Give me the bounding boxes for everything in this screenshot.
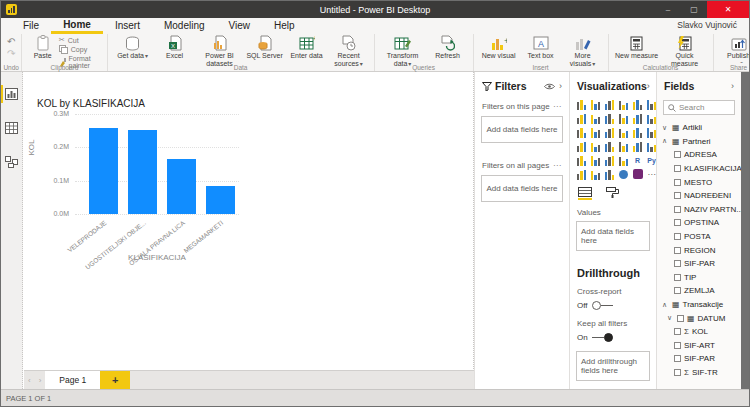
field-checkbox[interactable] <box>674 151 681 158</box>
cross-report-toggle[interactable]: Off <box>570 298 656 313</box>
build-visual-tab[interactable] <box>578 187 592 200</box>
undo-icon[interactable]: ↶ <box>7 37 15 47</box>
vis-icon-r-script-visual[interactable]: R <box>631 154 644 167</box>
vis-icon-arcgis-map[interactable] <box>617 168 630 181</box>
vis-icon-shape-map[interactable] <box>603 140 616 153</box>
more-options-icon[interactable]: ⋯ <box>553 102 562 111</box>
refresh-button[interactable]: Refresh <box>428 35 468 60</box>
field-table-Transakcije[interactable]: ∧▦Transakcije <box>657 298 741 312</box>
field-item-KOL[interactable]: ΣKOL <box>657 325 741 339</box>
minimize-button[interactable]: – <box>655 1 681 18</box>
field-item-SIF-ART[interactable]: SIF-ART <box>657 339 741 353</box>
field-item-MESTO[interactable]: MESTO <box>657 175 741 189</box>
field-checkbox[interactable] <box>674 165 681 172</box>
field-item-NADREĐENI[interactable]: NADREĐENI <box>657 189 741 203</box>
field-item-SIF-TR[interactable]: ΣSIF-TR <box>657 366 741 380</box>
bar-VELEPRODAJE[interactable] <box>89 128 118 214</box>
eye-icon[interactable] <box>544 83 555 90</box>
filter-dropzone-all-pages[interactable]: Add data fields here <box>481 175 563 202</box>
vis-icon-key-influencers[interactable] <box>575 168 588 181</box>
vis-icon-stacked-bar-chart[interactable] <box>575 98 588 111</box>
field-item-POSTA[interactable]: POSTA <box>657 230 741 244</box>
new-visual-button[interactable]: + New visual <box>479 35 519 60</box>
tab-help[interactable]: Help <box>262 20 307 34</box>
vis-icon-card[interactable] <box>631 140 644 153</box>
field-item-ZEMLJA[interactable]: ZEMLJA <box>657 284 741 298</box>
close-button[interactable]: ✕ <box>707 1 749 18</box>
format-visual-tab[interactable] <box>606 187 619 200</box>
vis-icon-gauge[interactable] <box>617 140 630 153</box>
field-checkbox[interactable] <box>674 369 681 376</box>
signed-in-user[interactable]: Slavko Vujnović <box>677 20 737 30</box>
report-view-button[interactable] <box>1 84 23 104</box>
chevron-up-icon[interactable]: ∧ <box>662 137 669 145</box>
vis-icon-q-and-a[interactable] <box>603 168 616 181</box>
filter-dropzone-page[interactable]: Add data fields here <box>481 116 563 143</box>
keep-all-filters-toggle[interactable]: On <box>570 330 656 345</box>
excel-button[interactable]: X Excel <box>155 35 195 60</box>
field-checkbox[interactable] <box>674 328 681 335</box>
tab-file[interactable]: File <box>11 20 51 34</box>
field-item-OPSTINA[interactable]: OPSTINA <box>657 216 741 230</box>
vis-icon-power-apps[interactable] <box>631 168 644 181</box>
vis-icon-slicer[interactable] <box>589 154 602 167</box>
prev-page-icon[interactable]: ‹ <box>24 376 35 385</box>
values-dropzone[interactable]: Add data fields here <box>576 221 650 251</box>
vis-icon-funnel-chart[interactable] <box>589 126 602 139</box>
publish-button[interactable]: Publish <box>719 35 750 60</box>
page-tab[interactable]: Page 1 <box>45 371 100 390</box>
vis-icon-line-and-stacked-column-chart[interactable] <box>617 112 630 125</box>
field-item-ADRESA[interactable]: ADRESA <box>657 148 741 162</box>
field-checkbox[interactable] <box>677 315 684 322</box>
chevron-down-icon[interactable]: ∨ <box>662 124 669 132</box>
bar-OSTALA PRAVNA LICA[interactable] <box>167 159 196 214</box>
field-item-REGION[interactable]: REGION <box>657 243 741 257</box>
vis-icon-filled-map[interactable] <box>589 140 602 153</box>
field-item-TIP[interactable]: TIP <box>657 271 741 285</box>
field-checkbox[interactable] <box>674 274 681 281</box>
vis-icon-waterfall-chart[interactable] <box>575 126 588 139</box>
enter-data-button[interactable]: + Enter data <box>287 35 327 60</box>
model-view-button[interactable] <box>1 152 23 172</box>
collapse-ribbon-icon[interactable]: ˆ <box>740 60 743 69</box>
vis-icon-clustered-column-chart[interactable] <box>617 98 630 111</box>
window-scrollbar[interactable] <box>741 72 749 391</box>
new-page-button[interactable]: + <box>100 371 130 390</box>
vis-icon-table[interactable] <box>603 154 616 167</box>
collapse-pane-icon[interactable]: › <box>559 81 562 91</box>
tab-insert[interactable]: Insert <box>103 20 152 34</box>
field-checkbox[interactable] <box>674 355 681 362</box>
vis-icon-pie-chart[interactable] <box>617 126 630 139</box>
field-item-SIF-PAR[interactable]: SIF-PAR <box>657 257 741 271</box>
field-checkbox[interactable] <box>674 247 681 254</box>
vis-icon-kpi[interactable] <box>575 154 588 167</box>
text-box-button[interactable]: A Text box <box>521 35 561 60</box>
vis-icon-line-and-clustered-column-chart[interactable] <box>631 112 644 125</box>
redo-icon[interactable]: ↷ <box>7 49 15 59</box>
copy-button[interactable]: Copy <box>59 45 103 54</box>
maximize-button[interactable]: ▢ <box>681 1 707 18</box>
more-options-icon[interactable]: ⋯ <box>553 161 562 170</box>
sql-server-button[interactable]: SQL Server <box>245 35 285 60</box>
vis-icon-donut-chart[interactable] <box>631 126 644 139</box>
report-canvas[interactable]: KOL by KLASIFIKACIJA KOL 0.3M0.2M0.1M0.0… <box>23 72 474 391</box>
paste-button[interactable]: Paste <box>27 35 57 60</box>
tab-modeling[interactable]: Modeling <box>152 20 217 34</box>
vis-icon-stacked-column-chart[interactable] <box>589 98 602 111</box>
data-view-button[interactable] <box>1 118 23 138</box>
vis-icon-clustered-bar-chart[interactable] <box>603 98 616 111</box>
tab-view[interactable]: View <box>217 20 263 34</box>
field-checkbox[interactable] <box>674 179 681 186</box>
field-checkbox[interactable] <box>674 287 681 294</box>
vis-icon-area-chart[interactable] <box>589 112 602 125</box>
field-checkbox[interactable] <box>674 260 681 267</box>
vis-icon-stacked-area-chart[interactable] <box>603 112 616 125</box>
field-item-SIF-PAR[interactable]: SIF-PAR <box>657 352 741 366</box>
new-measure-button[interactable]: New measure <box>614 35 660 60</box>
field-table-Artikli[interactable]: ∨▦Artikli <box>657 121 741 135</box>
field-checkbox[interactable] <box>674 206 681 213</box>
field-checkbox[interactable] <box>674 192 681 199</box>
collapse-pane-icon[interactable]: › <box>731 81 734 91</box>
chevron-up-icon[interactable]: ∧ <box>662 301 669 309</box>
vis-icon-matrix[interactable] <box>617 154 630 167</box>
